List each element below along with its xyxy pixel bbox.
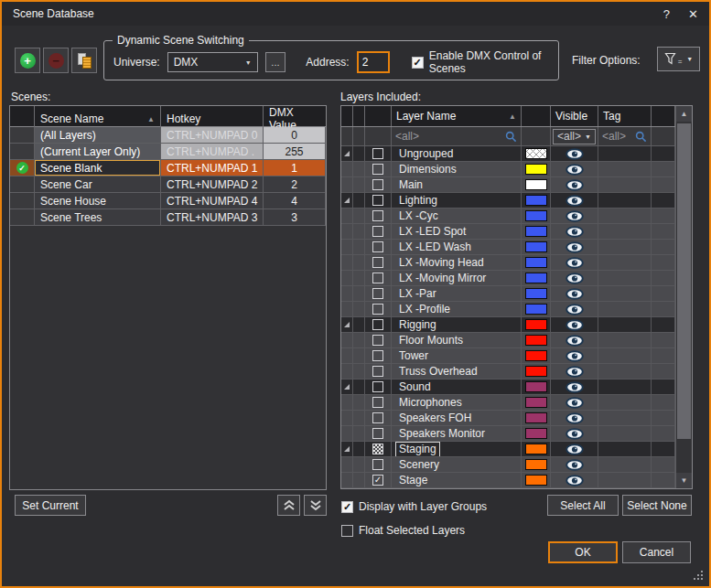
scrollbar-thumb[interactable] [677,123,691,439]
layer-tag-cell[interactable] [598,286,652,302]
scene-name-cell[interactable]: Scene Car [35,176,161,193]
layer-checkbox[interactable] [372,257,383,268]
layer-name-cell[interactable]: LX -Moving Head [392,255,522,271]
layer-tag-cell[interactable] [598,193,652,208]
tag-filter[interactable]: <all> [598,127,652,146]
layer-checkbox[interactable] [372,179,383,190]
layer-checkbox[interactable] [372,241,383,252]
layer-checkbox[interactable] [372,397,383,408]
eye-icon[interactable] [566,210,584,222]
scene-hotkey-cell[interactable]: CTRL+NUMPAD 3 [161,209,264,226]
eye-icon[interactable] [566,226,584,238]
scene-hotkey-cell[interactable]: CTRL+NUMPAD 1 [161,160,264,176]
add-scene-button[interactable]: + [15,48,40,73]
layer-row[interactable]: Stage [341,473,675,488]
layer-name-cell[interactable]: Speakers Monitor [392,426,522,442]
scene-hotkey-cell[interactable]: CTRL+NUMPAD 0 [161,127,264,144]
layer-expand-cell[interactable] [341,442,353,457]
duplicate-scene-button[interactable] [71,48,97,73]
layer-name-cell[interactable]: LX -Par [392,286,522,302]
layer-row[interactable]: Floor Mounts [341,333,675,348]
layer-row[interactable]: Rigging [341,317,675,333]
scene-row[interactable]: (All Layers)CTRL+NUMPAD 00 [10,127,326,144]
layer-tag-cell[interactable] [598,411,652,426]
move-up-button[interactable] [277,495,300,516]
scene-hotkey-cell[interactable]: CTRL+NUMPAD 4 [161,193,264,209]
expand-triangle-icon[interactable] [343,383,350,390]
layer-tag-cell[interactable] [598,208,652,224]
vertical-scrollbar[interactable]: ▲ ▼ [675,106,692,488]
select-all-button[interactable]: Select All [547,495,619,516]
scene-name-cell[interactable]: Scene House [35,193,161,209]
layer-name-cell[interactable]: Tower [392,348,522,364]
layer-name-cell[interactable]: Sound [392,380,522,395]
search-icon[interactable] [505,131,517,143]
layer-row[interactable]: LX -Profile [341,302,675,317]
layer-name-cell[interactable]: Rigging [392,317,522,333]
layers-col-name[interactable]: Layer Name ▲ [392,106,522,126]
layer-row[interactable]: Sound [341,380,675,395]
enable-dmx-checkbox[interactable] [412,57,424,69]
layer-name-cell[interactable]: Dimensions [392,162,522,177]
layer-tag-cell[interactable] [598,271,652,286]
layer-name-cell[interactable]: LX -LED Wash [392,240,522,255]
layer-name-cell[interactable]: Truss Overhead [392,364,522,380]
layer-checkbox[interactable] [372,412,383,423]
expand-triangle-icon[interactable] [343,445,350,453]
layer-row[interactable]: Scenery [341,457,675,473]
eye-icon[interactable] [566,444,584,455]
visible-filter[interactable]: <all> ▼ [551,127,598,146]
layer-row[interactable]: LX -Moving Head [341,255,675,271]
eye-icon[interactable] [566,179,584,191]
layer-name-cell[interactable]: Scenery [392,457,522,473]
layer-checkbox[interactable] [372,148,383,159]
select-none-button[interactable]: Select None [622,495,692,516]
layer-checkbox[interactable] [372,381,383,392]
layer-tag-cell[interactable] [598,224,652,240]
scene-row[interactable]: ✓Scene BlankCTRL+NUMPAD 11 [10,160,326,176]
scene-name-cell[interactable]: Scene Trees [35,209,161,226]
expand-triangle-icon[interactable] [343,321,350,328]
eye-icon[interactable] [566,257,584,269]
layer-name-cell[interactable]: Main [392,177,522,193]
layer-name-cell[interactable]: Microphones [392,395,522,411]
layer-row[interactable]: Speakers FOH [341,411,675,426]
layer-name-cell[interactable]: Floor Mounts [392,333,522,348]
scene-hotkey-cell[interactable]: CTRL+NUMPAD 2 [161,176,264,193]
layer-checkbox[interactable] [372,304,383,315]
layer-row[interactable]: Staging [341,442,675,457]
resize-grip[interactable] [694,571,703,580]
display-groups-checkbox[interactable] [341,501,353,513]
layer-expand-cell[interactable] [341,193,353,208]
filter-options-button[interactable]: = ▼ [657,47,700,71]
layer-checkbox[interactable] [372,366,383,377]
help-button[interactable]: ? [663,7,670,21]
eye-icon[interactable] [566,350,584,362]
layer-expand-cell[interactable] [341,380,353,395]
layer-checkbox[interactable] [372,210,383,221]
layer-row[interactable]: LX -Moving Mirror [341,271,675,286]
scene-dmx-cell[interactable]: 4 [264,193,326,209]
layer-checkbox[interactable] [372,475,383,486]
browse-button[interactable]: ... [265,52,286,72]
float-layers-checkbox[interactable] [341,525,353,537]
scene-row[interactable]: Scene CarCTRL+NUMPAD 22 [10,176,326,193]
scene-dmx-cell[interactable]: 3 [264,209,326,226]
layer-tag-cell[interactable] [598,162,652,177]
layer-tag-cell[interactable] [598,255,652,271]
layer-checkbox[interactable] [372,459,383,470]
layer-checkbox[interactable] [372,444,383,454]
layer-tag-cell[interactable] [598,380,652,395]
layer-name-cell[interactable]: Stage [392,473,522,488]
expand-triangle-icon[interactable] [343,197,350,204]
layer-row[interactable]: Speakers Monitor [341,426,675,442]
scene-name-cell[interactable]: (Current Layer Only) [35,144,161,160]
layer-tag-cell[interactable] [598,333,652,348]
layer-name-cell[interactable]: Ungrouped [392,146,522,162]
search-icon[interactable] [635,131,647,143]
address-input[interactable] [357,51,390,73]
layer-row[interactable]: LX -Par [341,286,675,302]
remove-scene-button[interactable]: − [43,48,69,73]
layer-name-cell[interactable]: LX -Profile [392,302,522,317]
layer-name-cell[interactable]: LX -LED Spot [392,224,522,240]
